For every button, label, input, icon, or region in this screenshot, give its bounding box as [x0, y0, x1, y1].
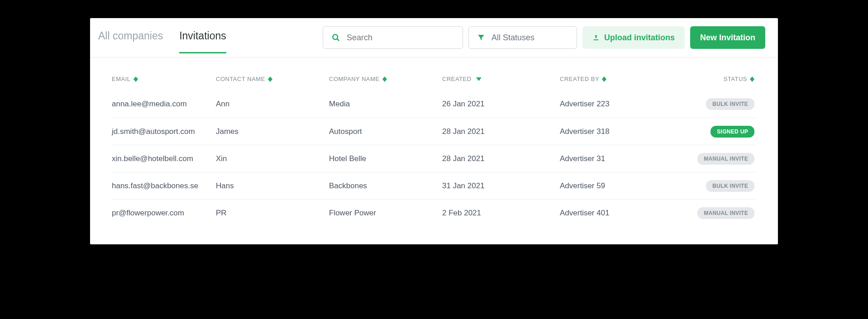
cell-contact-name: Hans	[216, 181, 329, 190]
cell-created-by: Advertiser 223	[560, 100, 687, 109]
sort-icon	[750, 76, 754, 82]
cell-created: 2 Feb 2021	[442, 209, 560, 218]
col-created-label: CREATED	[442, 76, 472, 82]
col-email[interactable]: EMAIL	[112, 76, 216, 82]
cell-created-by: Advertiser 318	[560, 127, 687, 136]
svg-marker-11	[602, 79, 606, 82]
tab-all-companies[interactable]: All companies	[98, 30, 163, 53]
cell-contact-name: PR	[216, 209, 329, 218]
tabs: All companies Invitations	[98, 30, 226, 53]
cell-contact-name: Xin	[216, 154, 329, 163]
col-contact-name[interactable]: CONTACT NAME	[216, 76, 329, 82]
col-company-name-label: COMPANY NAME	[329, 76, 380, 82]
topbar: All companies Invitations All Statuses U…	[90, 18, 778, 57]
cell-email: hans.fast@backbones.se	[112, 181, 216, 190]
status-badge: SIGNED UP	[711, 126, 754, 138]
status-filter-label: All Statuses	[491, 33, 568, 43]
col-created-by[interactable]: CREATED BY	[560, 76, 687, 82]
cell-created: 31 Jan 2021	[442, 181, 560, 190]
table-row[interactable]: anna.lee@media.comAnnMedia26 Jan 2021Adv…	[112, 90, 756, 118]
cell-created: 28 Jan 2021	[442, 127, 560, 136]
cell-email: jd.smith@autosport.com	[112, 127, 216, 136]
cell-email: xin.belle@hotelbell.com	[112, 154, 216, 163]
sort-icon	[382, 76, 387, 82]
col-contact-name-label: CONTACT NAME	[216, 76, 265, 82]
cell-company-name: Hotel Belle	[329, 154, 442, 163]
cell-contact-name: Ann	[216, 100, 329, 109]
table-row[interactable]: pr@flowerpower.comPRFlower Power2 Feb 20…	[112, 199, 756, 226]
new-invitation-label: New Invitation	[700, 33, 755, 43]
cell-created-by: Advertiser 401	[560, 209, 687, 218]
invitations-panel: All companies Invitations All Statuses U…	[90, 18, 778, 244]
table-header: EMAIL CONTACT NAME COMPANY NAME	[112, 76, 756, 90]
cell-company-name: Media	[329, 100, 442, 109]
cell-status: MANUAL INVITE	[687, 153, 754, 165]
cell-company-name: Backbones	[329, 181, 442, 190]
cell-status: SIGNED UP	[687, 126, 754, 138]
svg-marker-4	[134, 79, 138, 82]
table-row[interactable]: xin.belle@hotelbell.comXinHotel Belle28 …	[112, 145, 756, 172]
svg-marker-6	[268, 79, 272, 82]
cell-status: BULK INVITE	[687, 98, 754, 110]
upload-invitations-label: Upload invitations	[604, 33, 675, 43]
cell-created: 28 Jan 2021	[442, 154, 560, 163]
svg-line-1	[337, 39, 339, 41]
col-status-label: STATUS	[724, 76, 747, 82]
table-row[interactable]: hans.fast@backbones.seHansBackbones31 Ja…	[112, 172, 756, 199]
cell-email: pr@flowerpower.com	[112, 209, 216, 218]
cell-contact-name: James	[216, 127, 329, 136]
col-created[interactable]: CREATED	[442, 76, 560, 82]
new-invitation-button[interactable]: New Invitation	[690, 26, 765, 49]
svg-marker-8	[382, 79, 387, 82]
sort-icon	[602, 76, 606, 82]
svg-marker-13	[750, 79, 754, 82]
search-field-wrap[interactable]	[323, 26, 463, 49]
search-input[interactable]	[347, 33, 454, 43]
cell-created-by: Advertiser 31	[560, 154, 687, 163]
cell-status: MANUAL INVITE	[687, 207, 754, 219]
status-badge: MANUAL INVITE	[697, 207, 754, 219]
sort-desc-icon	[476, 77, 482, 81]
cell-company-name: Flower Power	[329, 209, 442, 218]
table-row[interactable]: jd.smith@autosport.comJamesAutosport28 J…	[112, 118, 756, 145]
upload-icon	[592, 34, 600, 41]
table-body: anna.lee@media.comAnnMedia26 Jan 2021Adv…	[112, 90, 756, 226]
cell-created: 26 Jan 2021	[442, 100, 560, 109]
filter-icon	[477, 33, 485, 42]
cell-company-name: Autosport	[329, 127, 442, 136]
col-created-by-label: CREATED BY	[560, 76, 599, 82]
col-email-label: EMAIL	[112, 76, 131, 82]
status-badge: MANUAL INVITE	[697, 153, 754, 165]
status-badge: BULK INVITE	[706, 98, 754, 110]
svg-marker-2	[478, 35, 484, 40]
col-status[interactable]: STATUS	[687, 76, 754, 82]
upload-invitations-button[interactable]: Upload invitations	[582, 26, 685, 49]
sort-icon	[268, 76, 272, 82]
status-badge: BULK INVITE	[706, 180, 754, 192]
col-company-name[interactable]: COMPANY NAME	[329, 76, 442, 82]
cell-status: BULK INVITE	[687, 180, 754, 192]
tab-invitations[interactable]: Invitations	[179, 30, 226, 53]
status-filter-wrap[interactable]: All Statuses	[468, 26, 577, 49]
cell-email: anna.lee@media.com	[112, 100, 216, 109]
search-icon	[331, 33, 340, 42]
invitations-table: EMAIL CONTACT NAME COMPANY NAME	[90, 57, 778, 244]
svg-marker-9	[476, 77, 482, 81]
cell-created-by: Advertiser 59	[560, 181, 687, 190]
sort-icon	[134, 76, 138, 82]
